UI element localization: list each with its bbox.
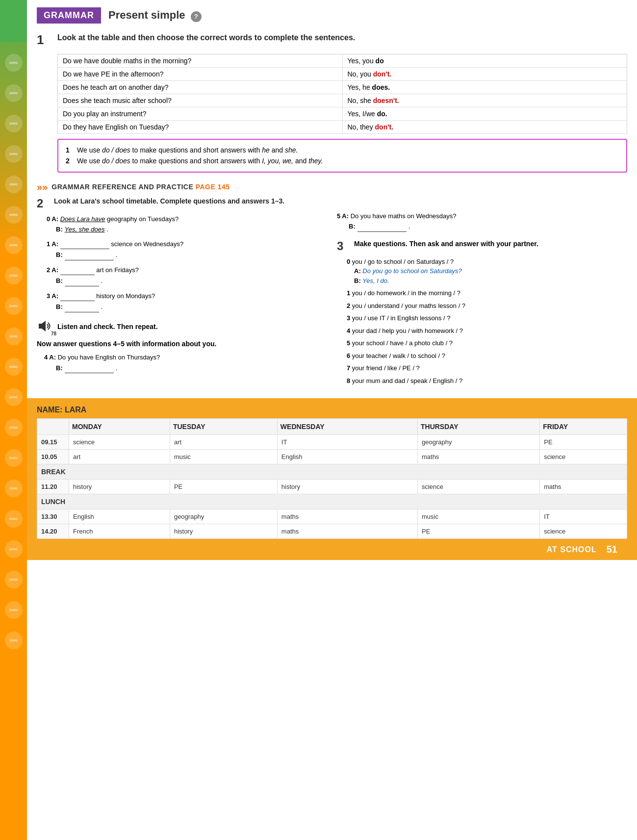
grammar-title: Present simple ? (108, 9, 202, 22)
blank-1a[interactable] (60, 239, 109, 250)
table-row: Do they have English on Tuesday? No, the… (58, 121, 627, 134)
wed-1120: history (277, 480, 417, 494)
timetable-section: NAME: LARA MONDAY TUESDAY WEDNESDAY THUR… (27, 398, 637, 560)
make-q-0: 0 you / go to school / on Saturdays / ? … (347, 257, 627, 286)
sidebar-logo-8: ODRZ (5, 267, 23, 284)
thu-1330: music (417, 509, 539, 524)
help-icon[interactable]: ? (191, 11, 202, 22)
table-row: Does he teach art on another day? Yes, h… (58, 81, 627, 94)
qa-item-1: 1 A: science on Wednesdays? B: . (47, 239, 327, 260)
exercise1-header: 1 Look at the table and then choose the … (27, 28, 637, 50)
mon-1420: French (69, 524, 170, 539)
timetable-name: NAME: LARA (37, 406, 627, 414)
sidebar-logo-15: ODRZ (5, 480, 23, 497)
thu-1420: PE (417, 524, 539, 539)
table-row: Do you play an instrument? Yes, I/we do. (58, 107, 627, 121)
sidebar-logo-11: ODRZ (5, 358, 23, 376)
sidebar-logo-7: ODRZ (5, 236, 23, 254)
blank-1b[interactable] (65, 250, 114, 260)
fri-1120: maths (540, 480, 627, 494)
timetable-lunch-row: LUNCH (37, 494, 627, 509)
thu-0915: geography (417, 435, 539, 450)
page-footer: AT SCHOOL 51 (37, 539, 627, 560)
exercise2-header: 2 Look at Lara's school timetable. Compl… (37, 197, 327, 210)
speaker-icon (37, 318, 52, 334)
answer-cell: Yes, I/we do. (342, 107, 627, 121)
mon-1330: English (69, 509, 170, 524)
grammar-header: GRAMMAR Present simple ? (27, 0, 637, 28)
sidebar-logo-6: ODRZ (5, 206, 23, 224)
make-q-4: 4 your dad / help you / with homework / … (347, 326, 627, 336)
exercise3-number: 3 (337, 239, 349, 253)
table-row: Does she teach music after school? No, s… (58, 94, 627, 107)
table-row: Do we have PE in the afternoon? No, you … (58, 68, 627, 81)
answer-cell: Yes, you do (342, 54, 627, 68)
tue-0915: art (170, 435, 277, 450)
grammar-badge: GRAMMAR (37, 7, 101, 24)
make-q-6: 6 your teacher / walk / to school / ? (347, 351, 627, 361)
answer-cell: No, you don't. (342, 68, 627, 81)
make-q-8: 8 your mum and dad / speak / English / ? (347, 376, 627, 386)
answer-cell: Yes, he does. (342, 81, 627, 94)
blank-q4[interactable] (65, 363, 114, 374)
question-cell: Do you play an instrument? (58, 107, 343, 121)
question-cell: Does he teach art on another day? (58, 81, 343, 94)
time-1330: 13.30 (37, 509, 69, 524)
now-answer-instruction: Now answer questions 4–5 with informatio… (37, 339, 327, 349)
audio-number: 78 (51, 331, 56, 336)
make-q-7: 7 your friend / like / PE / ? (347, 363, 627, 373)
tue-1420: history (170, 524, 277, 539)
question-cell: Does she teach music after school? (58, 94, 343, 107)
rule-2: 2 We use do / does to make questions and… (66, 155, 619, 166)
mon-0915: science (69, 435, 170, 450)
grammar-ref-banner[interactable]: »» GRAMMAR REFERENCE AND PRACTICE PAGE 1… (27, 178, 637, 197)
timetable-row-1005: 10.05 art music English maths science (37, 450, 627, 464)
timetable-row-1120: 11.20 history PE history science maths (37, 480, 627, 494)
fri-1330: IT (540, 509, 627, 524)
page-number: 51 (607, 544, 617, 555)
sidebar-logo-13: ODRZ (5, 419, 23, 436)
sidebar-logo-14: ODRZ (5, 449, 23, 467)
col-monday: MONDAY (69, 419, 170, 435)
thu-1005: maths (417, 450, 539, 464)
rule-1: 1 We use do / does to make questions and… (66, 145, 619, 155)
blank-q5[interactable] (357, 222, 407, 232)
timetable: MONDAY TUESDAY WEDNESDAY THURSDAY FRIDAY… (37, 418, 627, 539)
qa-item-2: 2 A: art on Fridays? B: . (47, 265, 327, 286)
blank-3b[interactable] (65, 302, 99, 312)
col-friday: FRIDAY (540, 419, 627, 435)
thu-1120: science (417, 480, 539, 494)
sidebar-logo-19: ODRZ (5, 601, 23, 619)
make-q-3: 3 you / use IT / in English lessons / ? (347, 313, 627, 323)
sidebar-logo-3: ODRZ (5, 115, 23, 132)
sidebar-logo-12: ODRZ (5, 388, 23, 406)
main-content: GRAMMAR Present simple ? 1 Look at the t… (27, 0, 637, 560)
sidebar-logo-10: ODRZ (5, 328, 23, 345)
timetable-row-1420: 14.20 French history maths PE science (37, 524, 627, 539)
grammar-ref-text: GRAMMAR REFERENCE AND PRACTICE PAGE 145 (51, 183, 229, 191)
col-thursday: THURSDAY (417, 419, 539, 435)
time-1420: 14.20 (37, 524, 69, 539)
blank-2a[interactable] (60, 265, 95, 276)
wed-1420: maths (277, 524, 417, 539)
sidebar-logo-16: ODRZ (5, 510, 23, 528)
sidebar-logo-20: ODRZ (5, 632, 23, 649)
question-cell: Do we have PE in the afternoon? (58, 68, 343, 81)
tue-1005: music (170, 450, 277, 464)
time-0915: 09.15 (37, 435, 69, 450)
exercise3-items: 0 you / go to school / on Saturdays / ? … (337, 257, 627, 386)
wed-1005: English (277, 450, 417, 464)
blank-2b[interactable] (65, 276, 99, 286)
audio-icon[interactable]: 78 (37, 318, 52, 335)
make-q-1: 1 you / do homework / in the morning / ? (347, 288, 627, 298)
grammar-rules-box: 1 We use do / does to make questions and… (57, 139, 627, 173)
sidebar-logo-18: ODRZ (5, 571, 23, 588)
exercise3-header: 3 Make questions. Then ask and answer wi… (337, 239, 627, 253)
wed-1330: maths (277, 509, 417, 524)
blank-3a[interactable] (60, 291, 95, 302)
double-arrow-icon: »» (37, 181, 48, 193)
col-tuesday: TUESDAY (170, 419, 277, 435)
mon-1005: art (69, 450, 170, 464)
mon-1120: history (69, 480, 170, 494)
left-sidebar: ODRZ ODRZ ODRZ ODRZ ODRZ ODRZ ODRZ ODRZ … (0, 0, 27, 840)
